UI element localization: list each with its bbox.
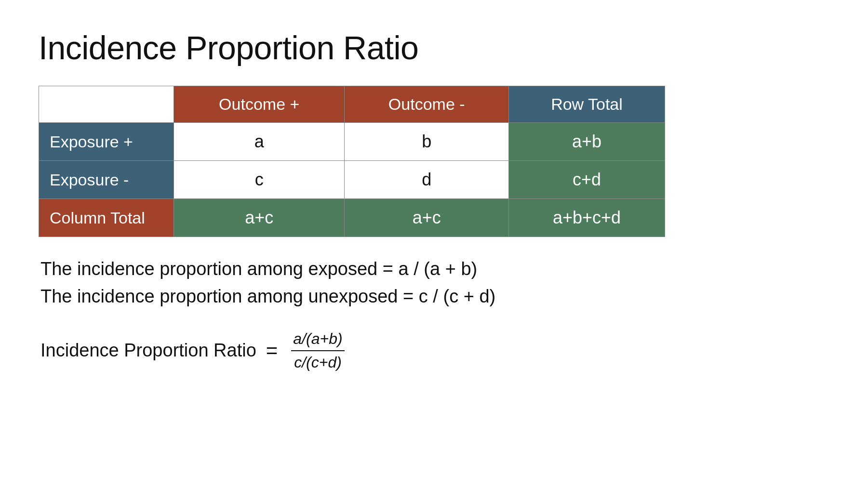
page-title: Incidence Proportion Ratio <box>39 29 829 66</box>
cell-b: b <box>345 123 508 161</box>
cell-aplusc-2: a+c <box>345 199 508 237</box>
header-outcome-minus: Outcome - <box>345 86 508 123</box>
cell-d: d <box>345 161 508 199</box>
formula-section: The incidence proportion among exposed =… <box>39 256 829 371</box>
formula-ratio: Incidence Proportion Ratio = a/(a+b) c/(… <box>40 330 829 371</box>
label-column-total: Column Total <box>39 199 174 237</box>
cell-a: a <box>174 123 345 161</box>
fraction: a/(a+b) c/(c+d) <box>291 330 344 371</box>
header-row-total: Row Total <box>508 86 665 123</box>
table-row: Exposure - c d c+d <box>39 161 665 199</box>
contingency-table: Outcome + Outcome - Row Total Exposure +… <box>39 86 665 237</box>
cell-cplusd: c+d <box>508 161 665 199</box>
formula-line-1: The incidence proportion among exposed =… <box>40 256 829 282</box>
fraction-denominator: c/(c+d) <box>292 351 344 371</box>
cell-c: c <box>174 161 345 199</box>
cell-aplusc-1: a+c <box>174 199 345 237</box>
header-empty-cell <box>39 86 174 123</box>
formula-line-2: The incidence proportion among unexposed… <box>40 284 829 309</box>
header-outcome-plus: Outcome + <box>174 86 345 123</box>
table-row: Exposure + a b a+b <box>39 123 665 161</box>
label-exposure-plus: Exposure + <box>39 123 174 161</box>
fraction-numerator: a/(a+b) <box>291 330 344 351</box>
cell-aplusb: a+b <box>508 123 665 161</box>
table-row: Column Total a+c a+c a+b+c+d <box>39 199 665 237</box>
table-wrapper: Outcome + Outcome - Row Total Exposure +… <box>39 86 829 237</box>
cell-total: a+b+c+d <box>508 199 665 237</box>
ratio-equals: = <box>266 339 278 362</box>
ratio-label: Incidence Proportion Ratio <box>40 340 256 361</box>
label-exposure-minus: Exposure - <box>39 161 174 199</box>
slide-container: Incidence Proportion Ratio Outcome + Out… <box>0 0 868 488</box>
